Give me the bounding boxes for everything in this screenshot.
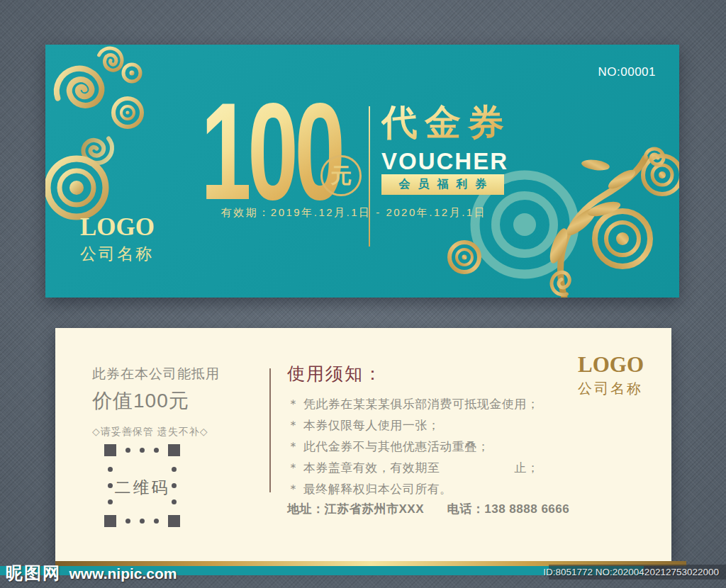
usage-notice-block: 使用须知： ＊ 凭此券在某某某俱乐部消费可抵现金使用； ＊ 本券仅限每人使用一张… <box>287 362 627 500</box>
voucher-title-chinese: 代金券 <box>381 100 511 145</box>
usage-note-1: ＊ 凭此券在某某某俱乐部消费可抵现金使用； <box>287 394 627 415</box>
voucher-amount: 100 <box>201 82 342 220</box>
stub-value-line1: 此券在本公司能抵用 <box>92 365 220 383</box>
stub-value-line2: 价值100元 <box>92 388 220 414</box>
image-id-text: ID:8051772 NO:20200420212753022000 <box>543 567 719 577</box>
voucher-logo-block: LOGO 公司名称 <box>80 215 155 265</box>
swirl-decoration-top-left <box>45 45 169 236</box>
voucher-vertical-divider <box>369 106 370 247</box>
phone-text: 电话：138 8888 6666 <box>447 502 569 516</box>
yuan-unit-circle: 元 <box>320 155 362 196</box>
site-watermark: 昵图网 www.nipic.com <box>6 562 177 584</box>
design-preview-background: NO:00001 100 元 代金券 VOUCHER 会员福利券 有效期：201… <box>0 0 726 588</box>
usage-note-4: ＊ 本券盖章有效，有效期至 止； <box>287 458 627 479</box>
yuan-unit-label: 元 <box>330 162 352 191</box>
usage-notice-title: 使用须知： <box>287 362 627 385</box>
site-name-logo: 昵图网 <box>6 563 61 582</box>
voucher-stub-card: 此券在本公司能抵用 价值100元 ◇请妥善保管 遗失不补◇ 二维码 使用 <box>55 328 671 561</box>
usage-note-3: ＊ 此代金券不与其他优惠活动重叠； <box>287 436 627 458</box>
address-text: 地址：江苏省苏州市XXX <box>287 502 424 516</box>
qr-label: 二维码 <box>104 477 180 499</box>
member-benefit-badge: 会员福利券 <box>381 174 504 195</box>
validity-period-text: 有效期：2019年.12月.1日 - 2020年.12月.1日 <box>201 206 507 220</box>
stub-logo-text: LOGO <box>578 354 644 377</box>
contact-line: 地址：江苏省苏州市XXX 电话：138 8888 6666 <box>287 501 589 517</box>
voucher-title-english: VOUCHER <box>381 148 508 175</box>
stub-value-block: 此券在本公司能抵用 价值100元 ◇请妥善保管 遗失不补◇ <box>92 365 220 439</box>
usage-note-2: ＊ 本券仅限每人使用一张； <box>287 415 627 436</box>
voucher-serial-number: NO:00001 <box>598 65 657 79</box>
stub-vertical-divider <box>269 368 271 492</box>
voucher-logo-text: LOGO <box>80 215 155 241</box>
qr-placeholder: 二维码 <box>104 444 180 527</box>
stub-keep-note: ◇请妥善保管 遗失不补◇ <box>92 426 220 439</box>
voucher-card: NO:00001 100 元 代金券 VOUCHER 会员福利券 有效期：201… <box>45 45 679 298</box>
stub-logo-block: LOGO 公司名称 <box>578 354 644 398</box>
voucher-company-name: 公司名称 <box>80 243 155 265</box>
usage-note-5: ＊ 最终解释权归本公司所有。 <box>287 479 627 500</box>
stub-company-name: 公司名称 <box>578 379 644 398</box>
site-url-text: www.nipic.com <box>69 565 177 582</box>
